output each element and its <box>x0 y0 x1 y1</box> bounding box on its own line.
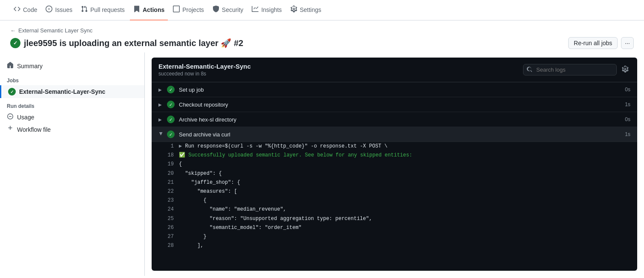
line-number: 28 <box>158 242 174 250</box>
search-wrapper <box>523 64 617 75</box>
step-send-archive-curl[interactable]: ▶ ✓ Send archive via curl 1s <box>152 127 637 142</box>
nav-projects[interactable]: Projects <box>170 0 207 20</box>
log-line: 28 ], <box>152 241 637 250</box>
log-line: 24 "name": "median_revenue", <box>152 205 637 214</box>
line-number: 25 <box>158 215 174 223</box>
step-time: 1s <box>625 131 630 137</box>
log-text: { <box>179 197 630 205</box>
code-icon <box>14 6 20 14</box>
sidebar-summary[interactable]: Summary <box>0 59 144 72</box>
line-number: 23 <box>158 197 174 205</box>
nav-code-label: Code <box>23 6 37 13</box>
run-details-label: Run details <box>0 98 144 111</box>
search-icon <box>526 66 532 73</box>
pull-request-icon <box>81 6 88 14</box>
usage-label: Usage <box>17 114 34 121</box>
nav-issues-label: Issues <box>55 6 72 13</box>
line-number: 18 <box>158 151 174 159</box>
nav-projects-label: Projects <box>182 6 204 13</box>
sidebar-usage[interactable]: Usage <box>0 111 144 123</box>
nav-security-label: Security <box>222 6 244 13</box>
log-text: ✅ Successfully uploaded semantic layer. … <box>179 151 630 159</box>
step-label: Checkout repository <box>179 101 625 108</box>
log-text: "semantic_model": "order_item" <box>179 224 630 232</box>
workflow-file-label: Workflow file <box>17 126 51 133</box>
log-settings-icon[interactable] <box>620 64 630 76</box>
chevron-down-icon: ▶ <box>159 132 164 137</box>
chevron-right-icon: ▶ <box>158 87 164 92</box>
issues-icon <box>46 6 52 14</box>
content-title-block: External-Semantic-Layer-Sync succeeded n… <box>158 63 251 77</box>
settings-icon <box>290 6 297 14</box>
log-text: "measures": [ <box>179 188 630 196</box>
line-number: 20 <box>158 170 174 178</box>
line-number: 1 <box>158 142 174 151</box>
jobs-section-label: Jobs <box>0 72 144 85</box>
step-success-icon: ✓ <box>167 101 175 108</box>
insights-icon <box>252 6 259 14</box>
workflow-file-icon <box>7 125 14 133</box>
nav-settings-label: Settings <box>300 6 322 13</box>
breadcrumb[interactable]: ← External Semantic Layer Sync <box>10 27 634 34</box>
sidebar-workflow-file[interactable]: Workflow file <box>0 123 144 136</box>
step-success-icon: ✓ <box>167 116 175 123</box>
step-success-icon: ✓ <box>167 130 175 138</box>
step-set-up-job[interactable]: ▶ ✓ Set up job 0s <box>152 82 637 97</box>
line-number: 21 <box>158 179 174 187</box>
nav-settings[interactable]: Settings <box>287 0 325 20</box>
content-title: External-Semantic-Layer-Sync <box>158 63 251 70</box>
log-line: 20 "skipped": { <box>152 169 637 178</box>
job-name: External-Semantic-Layer-Sync <box>19 88 105 95</box>
nav-pull-requests[interactable]: Pull requests <box>78 0 128 20</box>
projects-icon <box>173 6 180 14</box>
main-layout: Summary Jobs ✓ External-Semantic-Layer-S… <box>0 52 644 276</box>
log-line: 23 { <box>152 196 637 205</box>
line-number: 24 <box>158 206 174 214</box>
chevron-right-icon: ▶ <box>158 102 164 107</box>
log-text: { <box>179 160 630 168</box>
top-nav: Code Issues Pull requests Actions Projec… <box>0 0 644 20</box>
nav-code[interactable]: Code <box>10 0 40 20</box>
rerun-button[interactable]: Re-run all jobs <box>568 37 618 49</box>
search-container <box>523 64 630 76</box>
search-input[interactable] <box>523 64 617 75</box>
security-icon <box>213 6 219 14</box>
nav-issues[interactable]: Issues <box>42 0 75 20</box>
log-line: 27 } <box>152 232 637 241</box>
more-options-button[interactable]: ··· <box>621 37 634 49</box>
step-time: 0s <box>625 87 630 93</box>
nav-security[interactable]: Security <box>209 0 247 20</box>
log-line: 18 ✅ Successfully uploaded semantic laye… <box>152 151 637 160</box>
step-success-icon: ✓ <box>167 86 175 93</box>
nav-insights[interactable]: Insights <box>248 0 285 20</box>
step-archive-hex-sl[interactable]: ▶ ✓ Archive hex-sl directory 0s <box>152 112 637 127</box>
step-label: Archive hex-sl directory <box>179 116 625 123</box>
step-label: Send archive via curl <box>179 131 625 138</box>
back-arrow-icon: ← <box>10 27 16 34</box>
job-success-icon: ✓ <box>8 88 16 96</box>
nav-insights-label: Insights <box>261 6 282 13</box>
log-text: "skipped": { <box>179 170 630 178</box>
nav-actions[interactable]: Actions <box>130 0 168 20</box>
content-header: External-Semantic-Layer-Sync succeeded n… <box>152 58 637 82</box>
nav-actions-label: Actions <box>143 6 164 13</box>
log-line: 1 ▶ Run response=$(curl -s -w "%{http_co… <box>152 142 637 151</box>
line-number: 22 <box>158 188 174 196</box>
page-title-container: ✓ jlee9595 is uploading an external sema… <box>10 38 243 48</box>
line-number: 19 <box>158 160 174 168</box>
chevron-right-icon: ▶ <box>158 117 164 122</box>
summary-label: Summary <box>17 63 43 70</box>
content-panel: External-Semantic-Layer-Sync succeeded n… <box>152 58 637 271</box>
log-text: "jaffle_shop": { <box>179 179 630 187</box>
log-text: "reason": "Unsupported aggregation type:… <box>179 215 630 223</box>
log-text: ], <box>179 242 630 250</box>
step-label: Set up job <box>179 87 625 93</box>
page-header: ← External Semantic Layer Sync ✓ jlee959… <box>0 20 644 52</box>
sidebar-job-item[interactable]: ✓ External-Semantic-Layer-Sync <box>0 85 144 98</box>
step-checkout-repository[interactable]: ▶ ✓ Checkout repository 1s <box>152 97 637 112</box>
log-text: "name": "median_revenue", <box>179 206 630 214</box>
log-content: 1 ▶ Run response=$(curl -s -w "%{http_co… <box>152 142 637 271</box>
line-number: 26 <box>158 224 174 232</box>
log-line: 25 "reason": "Unsupported aggregation ty… <box>152 214 637 223</box>
log-line: 22 "measures": [ <box>152 187 637 196</box>
